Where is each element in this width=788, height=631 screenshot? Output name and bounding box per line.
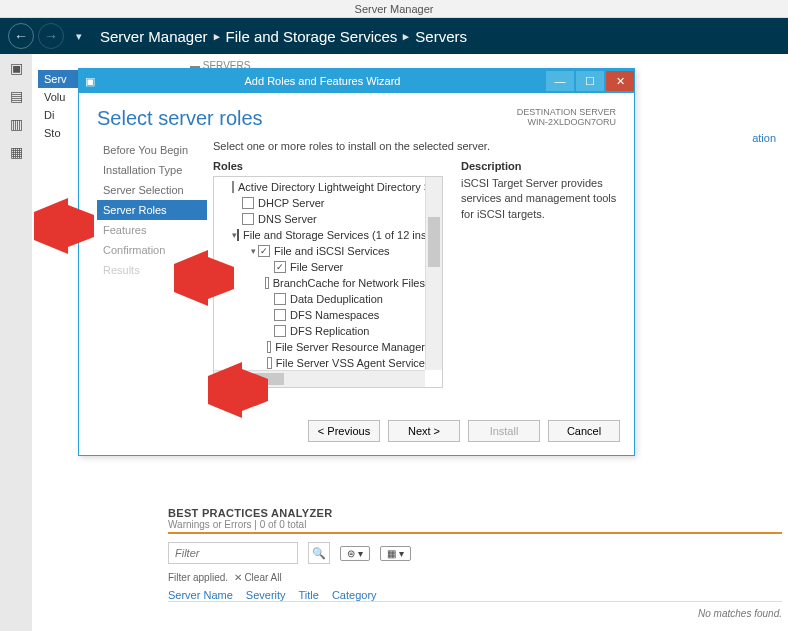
chevron-right-icon: ▸: [214, 30, 220, 43]
checkbox[interactable]: [232, 181, 234, 193]
add-roles-wizard: ▣ Add Roles and Features Wizard — ☐ ✕ Se…: [78, 68, 635, 456]
filter-pill-1[interactable]: ⊜ ▾: [340, 546, 370, 561]
destination-value: WIN-2XLDOGN7ORU: [517, 117, 616, 127]
window-title: Server Manager: [0, 0, 788, 18]
role-label: File Server: [290, 261, 343, 273]
nav-installation-type[interactable]: Installation Type: [97, 160, 207, 180]
role-label: DFS Replication: [290, 325, 369, 337]
role-label: File Server VSS Agent Service: [276, 357, 425, 369]
role-node[interactable]: BranchCache for Network Files: [214, 275, 425, 291]
clear-all-link[interactable]: Clear All: [244, 572, 281, 583]
cancel-button[interactable]: Cancel: [548, 420, 620, 442]
bpa-columns: Server Name Severity Title Category: [168, 589, 782, 602]
role-label: DFS Namespaces: [290, 309, 379, 321]
wizard-instruction: Select one or more roles to install on t…: [213, 140, 620, 152]
role-label: File and Storage Services (1 of 12 insta…: [243, 229, 425, 241]
checkbox[interactable]: [237, 229, 239, 241]
best-practices-analyzer: BEST PRACTICES ANALYZER Warnings or Erro…: [168, 507, 782, 619]
wizard-titlebar[interactable]: ▣ Add Roles and Features Wizard — ☐ ✕: [79, 69, 634, 93]
back-button[interactable]: ←: [8, 23, 34, 49]
nav-before-you-begin[interactable]: Before You Begin: [97, 140, 207, 160]
role-node[interactable]: ✓File Server: [214, 259, 425, 275]
arrow-annotation: [174, 250, 234, 306]
filter-applied-label: Filter applied.: [168, 572, 228, 583]
role-node[interactable]: Active Directory Lightweight Directory S…: [214, 179, 425, 195]
arrow-annotation: [34, 198, 94, 254]
twisty-icon[interactable]: ▾: [248, 246, 258, 256]
col-title[interactable]: Title: [298, 589, 318, 601]
checkbox[interactable]: [265, 277, 268, 289]
wizard-heading: Select server roles: [97, 107, 263, 130]
chevron-right-icon: ▸: [403, 30, 409, 43]
forward-button[interactable]: →: [38, 23, 64, 49]
checkbox[interactable]: [242, 213, 254, 225]
bpa-title: BEST PRACTICES ANALYZER: [168, 507, 782, 519]
wizard-icon: ▣: [79, 75, 101, 88]
nav-server-selection[interactable]: Server Selection: [97, 180, 207, 200]
role-node[interactable]: DHCP Server: [214, 195, 425, 211]
role-label: DNS Server: [258, 213, 317, 225]
close-button[interactable]: ✕: [606, 71, 634, 91]
role-node[interactable]: ▾File and Storage Services (1 of 12 inst…: [214, 227, 425, 243]
disks-icon[interactable]: ▥: [0, 110, 32, 138]
arrow-annotation: [208, 362, 268, 418]
install-button: Install: [468, 420, 540, 442]
checkbox[interactable]: [274, 325, 286, 337]
destination-label: DESTINATION SERVER: [517, 107, 616, 117]
breadcrumb-mid[interactable]: File and Storage Services: [226, 28, 398, 45]
tasks-link[interactable]: ation: [752, 132, 776, 144]
breadcrumb-leaf[interactable]: Servers: [415, 28, 467, 45]
next-button[interactable]: Next >: [388, 420, 460, 442]
role-node[interactable]: DNS Server: [214, 211, 425, 227]
role-label: File and iSCSI Services: [274, 245, 390, 257]
servers-icon[interactable]: ▣: [0, 54, 32, 82]
checkbox[interactable]: ✓: [274, 261, 286, 273]
roles-label: Roles: [213, 160, 443, 172]
role-label: File Server Resource Manager: [275, 341, 425, 353]
col-severity[interactable]: Severity: [246, 589, 286, 601]
scrollbar-vertical[interactable]: [425, 177, 442, 370]
checkbox[interactable]: [274, 293, 286, 305]
checkbox[interactable]: ✓: [258, 245, 270, 257]
description-text: iSCSI Target Server provides services an…: [461, 176, 620, 222]
breadcrumb-root[interactable]: Server Manager: [100, 28, 208, 45]
role-node[interactable]: DFS Namespaces: [214, 307, 425, 323]
minimize-button[interactable]: —: [546, 71, 574, 91]
search-icon[interactable]: 🔍: [308, 542, 330, 564]
col-server-name[interactable]: Server Name: [168, 589, 233, 601]
pools-icon[interactable]: ▦: [0, 138, 32, 166]
role-node[interactable]: ▾✓File and iSCSI Services: [214, 243, 425, 259]
filter-pill-2[interactable]: ▦ ▾: [380, 546, 411, 561]
role-node[interactable]: DFS Replication: [214, 323, 425, 339]
svg-marker-1: [174, 250, 234, 306]
left-rail: ▣ ▤ ▥ ▦: [0, 54, 32, 631]
checkbox[interactable]: [267, 341, 272, 353]
nav-features[interactable]: Features: [97, 220, 207, 240]
description-label: Description: [461, 160, 620, 172]
svg-marker-2: [208, 362, 268, 418]
nav-server-roles[interactable]: Server Roles: [97, 200, 207, 220]
svg-marker-0: [34, 198, 94, 254]
role-label: Data Deduplication: [290, 293, 383, 305]
bpa-subtitle: Warnings or Errors | 0 of 0 total: [168, 519, 782, 534]
checkbox[interactable]: [242, 197, 254, 209]
wizard-title-text: Add Roles and Features Wizard: [101, 75, 544, 87]
header-bar: ← → ▾ Server Manager ▸ File and Storage …: [0, 18, 788, 54]
roles-tree[interactable]: Active Directory Lightweight Directory S…: [213, 176, 443, 388]
col-category[interactable]: Category: [332, 589, 377, 601]
role-label: DHCP Server: [258, 197, 324, 209]
maximize-button[interactable]: ☐: [576, 71, 604, 91]
no-matches-label: No matches found.: [168, 608, 782, 619]
role-node[interactable]: Data Deduplication: [214, 291, 425, 307]
role-node[interactable]: File Server Resource Manager: [214, 339, 425, 355]
volumes-icon[interactable]: ▤: [0, 82, 32, 110]
filter-input[interactable]: [168, 542, 298, 564]
role-label: BranchCache for Network Files: [273, 277, 425, 289]
previous-button[interactable]: < Previous: [308, 420, 380, 442]
role-label: Active Directory Lightweight Directory S…: [238, 181, 425, 193]
checkbox[interactable]: [274, 309, 286, 321]
